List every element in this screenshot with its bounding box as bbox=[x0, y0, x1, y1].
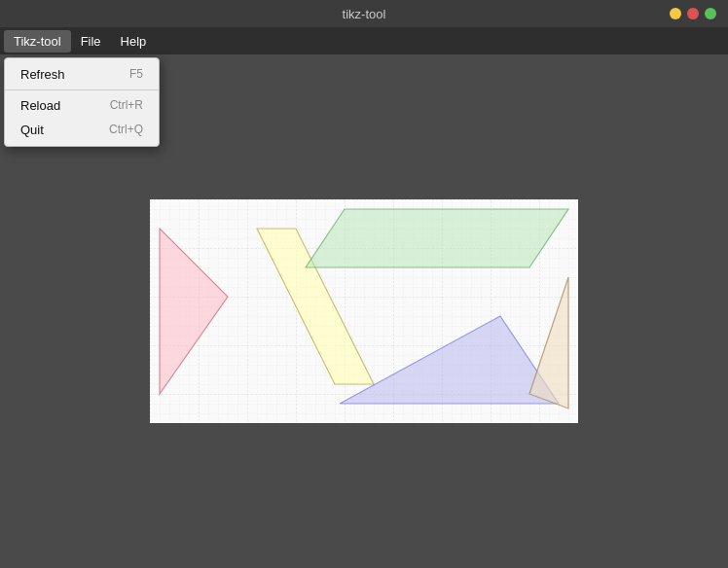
dropdown-item-shortcut: F5 bbox=[129, 67, 143, 81]
dropdown-item-reload[interactable]: Reload Ctrl+R bbox=[5, 93, 159, 118]
menu-help[interactable]: Help bbox=[111, 30, 157, 53]
maximize-button[interactable] bbox=[705, 8, 716, 19]
shape-tan-triangle bbox=[529, 277, 568, 408]
dropdown-separator-1 bbox=[5, 89, 159, 90]
menubar: Tikz-tool Refresh F5 Reload Ctrl+R Quit … bbox=[0, 27, 728, 54]
dropdown-item-shortcut: Ctrl+R bbox=[110, 98, 143, 112]
dropdown-item-label: Quit bbox=[20, 123, 44, 137]
titlebar: tikz-tool bbox=[0, 0, 728, 27]
shape-blue-triangle bbox=[340, 316, 559, 404]
dropdown-item-label: Reload bbox=[20, 98, 60, 113]
window-title: tikz-tool bbox=[343, 7, 386, 21]
dropdown-item-quit[interactable]: Quit Ctrl+Q bbox=[5, 118, 159, 142]
window-controls bbox=[670, 8, 716, 19]
dropdown-item-shortcut: Ctrl+Q bbox=[109, 123, 143, 136]
dropdown-item-label: Refresh bbox=[20, 67, 65, 82]
dropdown-item-refresh[interactable]: Refresh F5 bbox=[5, 62, 159, 87]
menu-file[interactable]: File bbox=[71, 30, 111, 53]
close-button[interactable] bbox=[687, 8, 699, 19]
shapes-svg bbox=[150, 199, 578, 423]
shape-pink-triangle bbox=[160, 229, 228, 394]
minimize-button[interactable] bbox=[670, 8, 681, 19]
drawing-canvas bbox=[150, 199, 578, 423]
menu-tikztool[interactable]: Tikz-tool Refresh F5 Reload Ctrl+R Quit … bbox=[4, 30, 71, 53]
dropdown-menu: Refresh F5 Reload Ctrl+R Quit Ctrl+Q bbox=[4, 57, 160, 147]
shape-green-parallelogram bbox=[306, 209, 568, 267]
